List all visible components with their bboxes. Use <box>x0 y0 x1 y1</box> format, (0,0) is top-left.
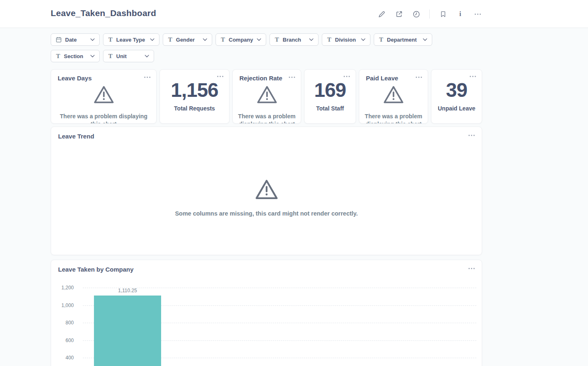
card-title: Paid Leave <box>366 75 398 82</box>
card-menu-icon[interactable] <box>343 74 351 79</box>
more-options-icon[interactable] <box>473 10 482 18</box>
card-leave-trend[interactable]: Leave Trend Some columns are missing, th… <box>51 127 482 255</box>
bookmark-icon[interactable] <box>439 10 447 18</box>
filter-date[interactable]: Date <box>51 33 100 46</box>
text-filter-icon: T <box>221 37 225 43</box>
filter-label: Company <box>229 37 253 43</box>
chevron-down-icon <box>361 38 365 41</box>
filter-leave-type[interactable]: T Leave Type <box>103 33 159 46</box>
bar-value-label: 1,110.25 <box>94 288 161 293</box>
card-menu-icon[interactable] <box>469 74 477 79</box>
kpi-value: 1,156 <box>160 80 229 100</box>
text-filter-icon: T <box>168 37 172 43</box>
filter-company[interactable]: T Company <box>216 33 266 46</box>
filter-label: Division <box>335 37 357 43</box>
card-title: Rejection Rate <box>239 75 282 82</box>
text-filter-icon: T <box>108 53 112 59</box>
card-menu-icon[interactable] <box>415 75 423 80</box>
filter-row-2: T Section T Unit <box>51 50 432 62</box>
card-unpaid-leave[interactable]: 39 Unpaid Leave <box>431 69 482 124</box>
filter-unit[interactable]: T Unit <box>103 50 154 62</box>
chevron-down-icon <box>90 55 95 58</box>
chevron-down-icon <box>90 38 95 41</box>
y-axis-tick-label: 1,000 <box>51 303 74 308</box>
card-menu-icon[interactable] <box>143 75 151 80</box>
filter-label: Department <box>387 37 419 43</box>
top-bar: Leave_Taken_Dashboard i <box>0 0 588 28</box>
filter-label: Leave Type <box>116 37 146 43</box>
clock-icon[interactable] <box>412 10 420 18</box>
warning-icon <box>359 85 428 103</box>
y-axis-tick-label: 800 <box>51 320 74 326</box>
page-title: Leave_Taken_Dashboard <box>51 8 156 18</box>
filter-label: Date <box>65 37 87 43</box>
chevron-down-icon <box>423 38 427 41</box>
text-filter-icon: T <box>275 37 279 43</box>
y-axis-tick-label: 600 <box>51 338 74 343</box>
card-error-text: There was a problem displaying this char… <box>55 113 152 124</box>
calendar-icon <box>56 37 61 42</box>
chevron-down-icon <box>257 38 261 41</box>
filter-row-1: Date T Leave Type T Gender T Company T B… <box>51 33 432 46</box>
card-title: Leave Days <box>58 75 92 82</box>
card-rejection-rate[interactable]: Rejection Rate There was a problem displ… <box>232 69 301 124</box>
filter-section[interactable]: T Section <box>51 50 100 62</box>
card-title: Leave Taken by Company <box>58 266 134 273</box>
filter-gender[interactable]: T Gender <box>163 33 212 46</box>
text-filter-icon: T <box>379 37 383 43</box>
filter-label: Unit <box>116 53 141 59</box>
kpi-label: Unpaid Leave <box>431 105 482 112</box>
y-axis-tick-label: 400 <box>51 355 74 361</box>
card-menu-icon[interactable] <box>468 266 476 271</box>
edit-pencil-icon[interactable] <box>377 10 386 18</box>
filter-branch[interactable]: T Branch <box>269 33 319 46</box>
text-filter-icon: T <box>327 37 331 43</box>
kpi-value: 169 <box>305 80 356 100</box>
card-title: Leave Trend <box>58 133 94 140</box>
warning-icon <box>51 85 156 103</box>
chevron-down-icon <box>203 38 207 41</box>
card-menu-icon[interactable] <box>216 74 224 79</box>
header-divider <box>429 9 430 19</box>
card-error-text: There was a problem displaying this char… <box>237 113 297 124</box>
kpi-label: Total Staff <box>305 105 356 112</box>
card-leave-days[interactable]: Leave Days There was a problem displayin… <box>51 69 157 124</box>
card-total-staff[interactable]: 169 Total Staff <box>304 69 356 124</box>
chevron-down-icon <box>309 38 314 41</box>
text-filter-icon: T <box>108 37 112 43</box>
card-menu-icon[interactable] <box>468 133 476 138</box>
share-icon[interactable] <box>395 10 403 18</box>
card-paid-leave[interactable]: Paid Leave There was a problem displayin… <box>359 69 428 124</box>
kpi-value: 39 <box>431 80 482 100</box>
chevron-down-icon <box>145 55 149 58</box>
filter-label: Gender <box>176 37 199 43</box>
card-error-text: There was a problem displaying this char… <box>363 113 424 124</box>
dashboard-page: Leave_Taken_Dashboard i <box>0 0 588 366</box>
warning-icon <box>51 179 482 199</box>
card-leave-taken-by-company[interactable]: Leave Taken by Company 1,2001,0008006004… <box>51 260 482 366</box>
filter-division[interactable]: T Division <box>322 33 370 46</box>
kpi-label: Total Requests <box>160 105 229 112</box>
bar-company-1[interactable] <box>94 296 161 366</box>
filter-bar: Date T Leave Type T Gender T Company T B… <box>51 33 432 66</box>
filter-label: Branch <box>283 37 305 43</box>
filter-department[interactable]: T Department <box>374 33 432 46</box>
header-actions: i <box>377 0 482 28</box>
y-axis-tick-label: 1,200 <box>51 285 74 291</box>
warning-icon <box>233 85 301 103</box>
text-filter-icon: T <box>56 53 60 59</box>
filter-label: Section <box>64 53 87 59</box>
info-icon[interactable]: i <box>456 10 464 18</box>
card-total-requests[interactable]: 1,156 Total Requests <box>159 69 230 124</box>
card-menu-icon[interactable] <box>288 75 296 80</box>
chevron-down-icon <box>150 38 155 41</box>
card-warning-message: Some columns are missing, this card migh… <box>51 210 482 217</box>
